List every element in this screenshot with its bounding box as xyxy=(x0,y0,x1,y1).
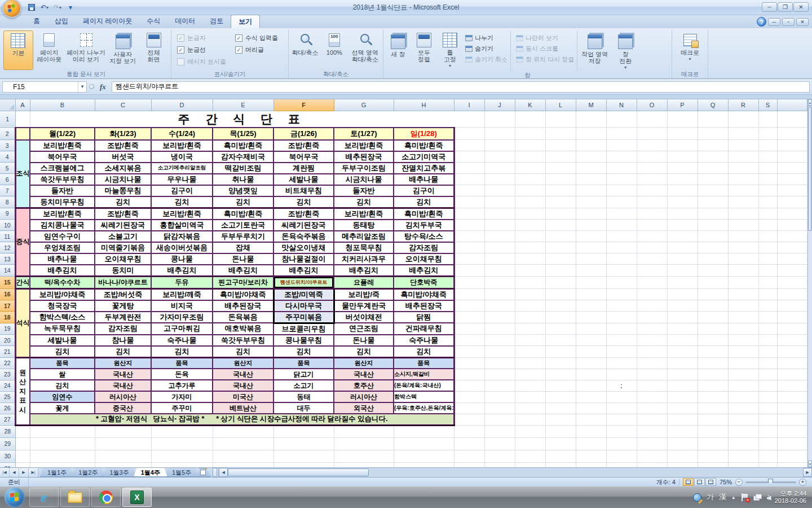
cell[interactable] xyxy=(606,174,637,185)
row-header-12[interactable]: 12 xyxy=(0,242,15,253)
cell[interactable] xyxy=(777,265,807,277)
cell[interactable] xyxy=(484,128,515,140)
cell[interactable] xyxy=(667,462,698,467)
cell[interactable] xyxy=(545,462,576,467)
cell[interactable] xyxy=(698,111,728,128)
cell[interactable] xyxy=(515,402,545,414)
zoom-in-button[interactable]: + xyxy=(799,479,806,486)
view-side-by-side-button[interactable]: 나란히 보기 xyxy=(514,33,576,43)
cell[interactable] xyxy=(545,151,576,163)
cell[interactable] xyxy=(698,196,728,208)
cell[interactable] xyxy=(667,231,698,242)
column-header-A[interactable]: A xyxy=(15,99,30,111)
row-header-31[interactable]: 31 xyxy=(0,462,15,467)
menu-cell[interactable]: 비트채무침 xyxy=(273,185,334,196)
cell[interactable] xyxy=(515,220,545,231)
cell[interactable] xyxy=(777,402,807,414)
menu-cell[interactable]: 김치 xyxy=(273,196,334,208)
menu-cell[interactable]: 김치 xyxy=(334,196,394,208)
menu-cell[interactable]: 버섯야채전 xyxy=(334,312,394,323)
cell[interactable] xyxy=(728,276,758,288)
origin-item-cell[interactable]: 꽃게 xyxy=(30,402,95,414)
menu-cell[interactable]: 버섯국 xyxy=(95,151,151,163)
column-header-Q[interactable]: Q xyxy=(698,99,728,111)
cell[interactable] xyxy=(606,242,637,253)
tab-split-handle[interactable] xyxy=(213,468,217,477)
origin-value-cell[interactable]: 국내산 xyxy=(95,369,151,380)
zoom-button[interactable]: 확대/축소 xyxy=(291,30,319,70)
ime-korean-indicator[interactable]: 가 xyxy=(707,492,714,502)
ribbon-tab-4[interactable]: 데이터 xyxy=(167,15,202,28)
origin-value-cell[interactable]: 베트남산 xyxy=(213,402,273,414)
cell[interactable] xyxy=(213,462,273,467)
synchronous-scrolling-button[interactable]: 동시 스크롤 xyxy=(514,44,576,54)
arrange-all-button[interactable]: 모두 정렬 xyxy=(412,30,436,71)
cell[interactable] xyxy=(484,208,515,220)
cell[interactable] xyxy=(777,450,807,462)
cell[interactable] xyxy=(484,312,515,323)
cell[interactable] xyxy=(576,174,606,185)
cell[interactable] xyxy=(606,323,637,335)
cell[interactable] xyxy=(515,242,545,253)
column-header-D[interactable]: D xyxy=(151,99,213,111)
cell[interactable] xyxy=(30,450,95,462)
origin-item-cell[interactable]: 임연수 xyxy=(30,391,95,402)
menu-cell[interactable]: 흑미밥/야채죽 xyxy=(394,288,454,300)
cell[interactable] xyxy=(576,346,606,358)
sheet-tab-1월2주[interactable]: 1월2주 xyxy=(71,468,105,477)
cell[interactable] xyxy=(606,369,637,380)
menu-cell[interactable]: 무우나물 xyxy=(151,174,213,185)
cell[interactable] xyxy=(545,437,576,450)
cell[interactable] xyxy=(545,242,576,253)
day-header[interactable]: 목(1/25) xyxy=(213,128,273,140)
cell[interactable] xyxy=(484,174,515,185)
cell[interactable] xyxy=(454,231,484,242)
cell[interactable] xyxy=(484,111,515,128)
maximize-button[interactable]: ❐ xyxy=(778,2,793,12)
cell[interactable] xyxy=(777,425,807,437)
cell[interactable] xyxy=(454,196,484,208)
origin-value-cell[interactable]: 국내산 xyxy=(213,369,273,380)
menu-cell[interactable]: 청국장국 xyxy=(30,300,95,312)
ribbon-tab-6[interactable]: 보기 xyxy=(231,15,260,28)
cell[interactable] xyxy=(758,196,777,208)
freeze-panes-button[interactable]: 틀 고정 ▾ xyxy=(438,30,462,71)
row-header-9[interactable]: 9 xyxy=(0,208,15,220)
row-header-16[interactable]: 16 xyxy=(0,288,15,300)
cell[interactable] xyxy=(454,300,484,312)
cell[interactable] xyxy=(515,369,545,380)
cell[interactable] xyxy=(637,425,667,437)
cell[interactable] xyxy=(576,312,606,323)
cell[interactable] xyxy=(728,265,758,277)
cell[interactable] xyxy=(576,462,606,467)
cell[interactable] xyxy=(667,425,698,437)
cell[interactable] xyxy=(454,462,484,467)
cell[interactable] xyxy=(484,402,515,414)
cell[interactable] xyxy=(637,151,667,163)
cell[interactable] xyxy=(758,140,777,151)
cell[interactable] xyxy=(484,253,515,265)
cell[interactable] xyxy=(777,111,807,128)
origin-header[interactable]: 품목 xyxy=(394,357,454,369)
row-header-13[interactable]: 13 xyxy=(0,253,15,265)
cell[interactable] xyxy=(758,335,777,346)
menu-cell[interactable]: 김치 xyxy=(334,346,394,358)
section-label-snack[interactable]: 간식 xyxy=(15,276,30,288)
menu-cell[interactable]: 숙주나물 xyxy=(151,335,213,346)
origin-header[interactable]: 원산지 xyxy=(95,357,151,369)
cell[interactable] xyxy=(698,323,728,335)
cell[interactable] xyxy=(667,185,698,196)
menu-cell[interactable]: 흑미밥/흰죽 xyxy=(213,208,273,220)
page-break-view-toggle[interactable] xyxy=(705,478,716,486)
menu-cell[interactable]: 김치 xyxy=(95,196,151,208)
cell[interactable] xyxy=(606,151,637,163)
scroll-down-icon[interactable]: ▼ xyxy=(808,461,812,467)
cell[interactable] xyxy=(667,402,698,414)
cell[interactable] xyxy=(151,425,213,437)
cell[interactable] xyxy=(454,288,484,300)
cell[interactable] xyxy=(454,220,484,231)
origin-value-cell[interactable]: 호주산 xyxy=(334,380,394,391)
cell[interactable] xyxy=(515,265,545,277)
name-box[interactable]: F15 ▼ xyxy=(2,81,87,93)
origin-value-cell[interactable]: 국내산 xyxy=(95,380,151,391)
